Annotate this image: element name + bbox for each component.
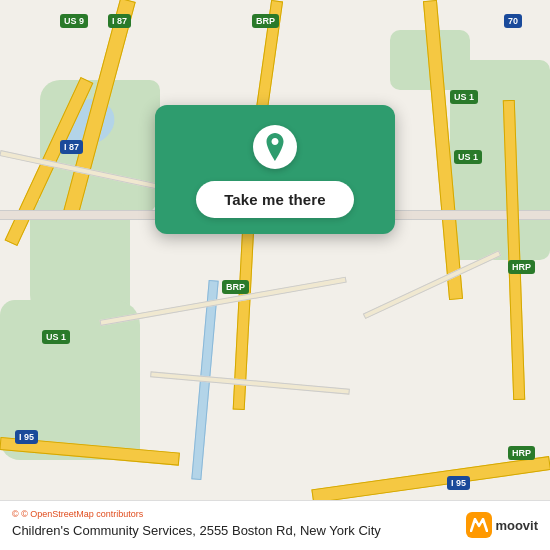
- badge-i95-right: I 95: [447, 476, 470, 490]
- badge-brp-mid: BRP: [222, 280, 249, 294]
- moovit-m-icon: [470, 518, 488, 532]
- badge-us1-left: US 1: [42, 330, 70, 344]
- road-small-4: [363, 250, 501, 319]
- map-container: I 87 US 9 BRP 70 US 1 US 1 I 87 MP BRP U…: [0, 0, 550, 550]
- badge-i87-top: I 87: [108, 14, 131, 28]
- badge-i95-left: I 95: [15, 430, 38, 444]
- map-pin-icon: [264, 133, 286, 161]
- moovit-label: moovit: [495, 518, 538, 533]
- road-i95-right: [311, 456, 550, 503]
- location-pin-circle: [253, 125, 297, 169]
- badge-70: 70: [504, 14, 522, 28]
- map-background: I 87 US 9 BRP 70 US 1 US 1 I 87 MP BRP U…: [0, 0, 550, 550]
- copyright-symbol: ©: [12, 509, 19, 519]
- badge-i87-left: I 87: [60, 140, 83, 154]
- road-small-3: [150, 371, 350, 394]
- moovit-logo: moovit: [466, 512, 538, 538]
- address-text: Children's Community Services, 2555 Bost…: [12, 523, 538, 540]
- copyright-text: © © OpenStreetMap contributors: [12, 509, 538, 519]
- badge-hrp2: HRP: [508, 446, 535, 460]
- badge-us1-right: US 1: [450, 90, 478, 104]
- badge-us1-right2: US 1: [454, 150, 482, 164]
- location-card: Take me there: [155, 105, 395, 234]
- badge-hrp: HRP: [508, 260, 535, 274]
- take-me-there-button[interactable]: Take me there: [196, 181, 354, 218]
- moovit-icon: [466, 512, 492, 538]
- badge-brp-top: BRP: [252, 14, 279, 28]
- osm-attribution: © OpenStreetMap contributors: [21, 509, 143, 519]
- bottom-info-bar: © © OpenStreetMap contributors Children'…: [0, 500, 550, 550]
- badge-us9: US 9: [60, 14, 88, 28]
